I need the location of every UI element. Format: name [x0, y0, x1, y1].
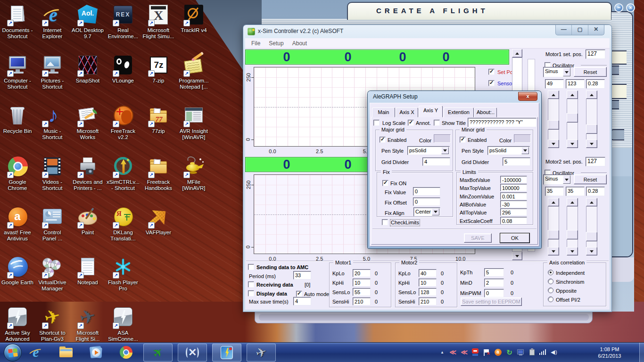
monitor[interactable]	[9, 56, 26, 69]
minor-grid-divider-field[interactable]: 5	[503, 157, 530, 166]
minor-grid-pen-combo[interactable]: psSolid	[487, 146, 530, 155]
disc2-hole[interactable]	[54, 263, 57, 266]
motor2-group-row-2-field[interactable]: 128	[419, 288, 437, 296]
motor2-param-field-2[interactable]: 0.28	[586, 187, 605, 196]
motor2-slider-1-up[interactable]	[567, 198, 578, 206]
taskbar-icon-windows-media-player[interactable]	[89, 345, 104, 360]
taskbar-button-xsim-controller-app[interactable]	[212, 344, 241, 362]
dot-g[interactable]	[90, 214, 93, 217]
motor1-slider-0-track[interactable]	[548, 99, 559, 140]
taskbar-icon-internet-explorer[interactable]: e	[28, 345, 43, 360]
major-grid-enabled-checkbox[interactable]	[380, 137, 386, 143]
desktop-icon-seven-zip[interactable]: 7z↗7-zip	[138, 54, 179, 84]
annot-checkbox[interactable]	[408, 120, 414, 126]
monitor[interactable]	[44, 56, 61, 69]
avast-a[interactable]: a	[495, 349, 501, 354]
axis-radio-independent[interactable]	[548, 270, 553, 275]
lamp-lid[interactable]	[190, 162, 195, 165]
taskbar-icon-explorer-folder[interactable]	[58, 345, 74, 360]
limits-maxbotvalue-field[interactable]: -100000	[500, 176, 527, 183]
motor1-slider-2-up[interactable]	[586, 90, 597, 99]
chrome-circle[interactable]	[120, 346, 132, 359]
limits-minzoomvalue-field[interactable]: 0.001	[500, 192, 527, 200]
desktop-icon-notepad[interactable]: ↗Notepad	[67, 256, 108, 286]
monitor-screen[interactable]	[518, 350, 523, 354]
taskbar-button-green-plane-app[interactable]: ✈	[143, 344, 173, 362]
desktop-icon-internet-explorer[interactable]: e↗Internet Explorer	[32, 4, 73, 40]
motor1-slider-1-down[interactable]	[567, 140, 578, 148]
tray-icon-refresh-5[interactable]: ↻	[505, 348, 513, 356]
menu-file[interactable]: File	[247, 38, 264, 49]
tray-icon-avast-4[interactable]: a	[494, 348, 502, 356]
minor-grid-pen-dropdown[interactable]	[521, 147, 529, 154]
fix-value-field[interactable]: 0	[413, 187, 440, 196]
plane-glyph[interactable]: ✈	[148, 343, 168, 362]
motor1-slider-2-down[interactable]	[586, 140, 597, 148]
param-mind-field[interactable]: 2	[484, 279, 504, 287]
redbox-dash[interactable]	[473, 350, 477, 352]
bolt[interactable]	[119, 310, 128, 324]
motor1-slider-0-down[interactable]	[548, 140, 559, 148]
avr-lines[interactable]	[193, 112, 201, 121]
camera-lens[interactable]	[89, 170, 92, 173]
major-grid-divider-field[interactable]: 4	[422, 157, 450, 166]
motor2-slider-0-up[interactable]	[548, 198, 559, 206]
param-kpth-field[interactable]: 5	[484, 268, 504, 277]
motor1-group-row-1-field[interactable]: 10	[353, 279, 371, 287]
cpanel-pie[interactable]	[45, 211, 51, 217]
motor1-reset-button[interactable]: Reset	[574, 67, 607, 77]
dialog-tab-extention[interactable]: Extention	[444, 107, 474, 117]
fix-align-combo[interactable]: Center	[413, 207, 440, 216]
motor1-group-row-3-field[interactable]: 210	[353, 297, 371, 305]
desktop-icon-paint[interactable]: ↗Paint	[67, 206, 108, 236]
motor1-slider-2-thumb[interactable]	[586, 124, 597, 134]
motor2-group-row-0-field[interactable]: 40	[419, 269, 437, 277]
minor-grid-color-swatch[interactable]	[514, 134, 531, 143]
taskbar-button-xsim-x-app[interactable]: ✕	[178, 344, 207, 362]
title-field[interactable]: ???????????? ??? "Y"	[468, 118, 537, 127]
motor2-slider-1-thumb[interactable]	[567, 230, 578, 239]
motor2-slider-1-track[interactable]	[567, 206, 578, 247]
motor2-slider-0-track[interactable]	[548, 206, 559, 247]
desktop-icon-snapshot[interactable]: ↗SnapShot	[67, 54, 108, 84]
motor2-group-row-3-field[interactable]: 210	[419, 297, 437, 305]
minor-grid-enabled-checkbox[interactable]	[460, 137, 466, 143]
tray-icon-speaker-9[interactable]: ◀)	[551, 348, 559, 356]
save-button[interactable]: SAVE	[464, 233, 492, 243]
dialog-tab-axis-y[interactable]: Axis Y	[419, 106, 443, 117]
motor2-slider-2-down[interactable]	[586, 247, 597, 255]
motor1-wave-dropdown[interactable]	[563, 68, 570, 76]
motor1-param-field-0[interactable]: 49	[545, 79, 564, 89]
auto-mode-checkbox[interactable]	[296, 291, 302, 297]
fix-offset-field[interactable]: 0	[413, 197, 440, 206]
axis-radio-sinchronism[interactable]	[548, 279, 553, 284]
xsim-maximize-button[interactable]: ▢	[572, 25, 588, 35]
motor1-wave-combo[interactable]: Sinus	[543, 67, 571, 77]
ft-dot[interactable]	[119, 111, 121, 113]
rex-text[interactable]: REX	[114, 11, 132, 18]
refresh-glyph[interactable]: ↻	[505, 348, 513, 356]
taskbar-button-flight-sim-app[interactable]: ✈	[247, 344, 276, 362]
flake-dot[interactable]	[121, 265, 125, 269]
chrome-blue[interactable]	[124, 350, 128, 354]
desktop-icon-music-shortcut[interactable]: ♪↗Music - Shortcut	[32, 105, 73, 140]
desktop-icon-freetrack-handbooks[interactable]: ↗Freetrack Handbooks	[138, 156, 179, 191]
motor1-slider-1-up[interactable]	[567, 90, 578, 99]
motor2-group-row-1-field[interactable]: 10	[419, 279, 437, 287]
wmp-circle[interactable]	[92, 348, 100, 357]
tray-icon-flagx-3[interactable]: ✕	[483, 348, 491, 356]
desktop-icon-mfile-winavr[interactable]: ↗MFile [WinAVR]	[173, 156, 214, 191]
desktop-icon-vafplayer[interactable]: ↗VAFPlayer	[138, 206, 179, 236]
motor-long-scrollbar-down[interactable]	[512, 252, 522, 260]
flag-x[interactable]: ✕	[487, 352, 491, 356]
desktop-icon-dklang-translation[interactable]: Я↗DKLang Translati...	[103, 206, 143, 242]
cpanel-dot1[interactable]	[46, 219, 57, 221]
xlogo-paren-r[interactable]	[195, 347, 199, 358]
avast-a[interactable]: a	[8, 210, 26, 223]
period-field[interactable]: 33	[293, 271, 311, 280]
dialog-tab-about-[interactable]: About:..	[474, 107, 497, 117]
ft-profile[interactable]	[121, 110, 132, 123]
xsim-close-button[interactable]: ✕	[588, 25, 604, 35]
sending-data-checkbox[interactable]	[248, 264, 254, 270]
start-button[interactable]	[4, 344, 22, 362]
